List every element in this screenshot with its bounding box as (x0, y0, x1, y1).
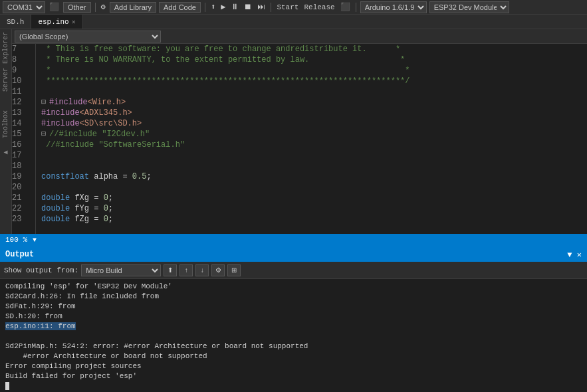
port-icon: ⬛ (48, 2, 60, 12)
sep-3 (271, 3, 271, 12)
line-num-8: 8 (12, 54, 31, 65)
tab-esp-ino-close[interactable]: ✕ (72, 18, 76, 26)
line-num-22: 22 (12, 203, 31, 214)
add-library-button[interactable]: Add Library (110, 2, 156, 13)
settings-icon[interactable]: ⚙ (100, 2, 107, 12)
line-numbers: 7 8 9 10 11 12 13 14 15 16 17 18 19 20 2… (12, 44, 36, 234)
pause-icon[interactable]: ⏸ (229, 2, 240, 12)
output-source-select[interactable]: Micro Build (81, 264, 161, 276)
scroll-down-icon[interactable]: ▼ (33, 237, 37, 244)
server-explorer-label[interactable]: Server Explorer (2, 29, 9, 94)
fold-icon-15[interactable]: ⊟ (41, 129, 49, 140)
line-num-18: 18 (12, 161, 31, 171)
zoom-level: 100 % (5, 236, 27, 244)
editor-container: (Global Scope) 7 8 9 10 11 12 13 14 15 1… (12, 29, 587, 234)
output-panel: Output ▼ ✕ Show output from: Micro Build… (0, 246, 587, 392)
show-output-label: Show output from: (4, 266, 78, 274)
side-panel: Server Explorer ◀ Toolbox (0, 29, 12, 234)
tab-esp-ino-label: esp.ino (38, 18, 68, 26)
line-num-21: 21 (12, 193, 31, 203)
line-num-14: 14 (12, 118, 31, 129)
tab-esp-ino[interactable]: esp.ino ✕ (31, 15, 82, 29)
other-button[interactable]: Other (63, 2, 91, 13)
output-toolbar: Show output from: Micro Build ⬆ ↑ ↓ ⚙ ⊞ (0, 262, 587, 279)
code-line-23: double fZg = 0; (41, 214, 587, 225)
stop-icon[interactable]: ⏹ (243, 2, 253, 12)
output-line-8: #error Architecture or board not support… (5, 351, 582, 361)
code-line-21: double fXg = 0; (41, 193, 587, 203)
code-line-20 (41, 182, 587, 193)
line-num-11: 11 (12, 86, 31, 97)
output-btn-4[interactable]: ⚙ (211, 264, 225, 276)
line-num-15: 15 (12, 129, 31, 140)
output-btn-5[interactable]: ⊞ (227, 264, 241, 276)
code-line-16: //#include "SoftwareSerial.h" (41, 140, 587, 150)
output-line-6 (5, 332, 582, 342)
code-line-22: double fYg = 0; (41, 203, 587, 214)
tab-bar: SD.h esp.ino ✕ (0, 15, 587, 29)
line-num-13: 13 (12, 108, 31, 118)
output-title: Output (5, 250, 34, 259)
sep-1 (95, 3, 96, 12)
code-line-13: #include <ADXL345.h> (41, 108, 587, 118)
start-label: Start (275, 3, 300, 11)
module-select[interactable]: ESP32 Dev Module (429, 1, 509, 13)
line-num-20: 20 (12, 182, 31, 193)
main-toolbar: COM31 ⬛ Other ⚙ Add Library Add Code ⬆ ▶… (0, 0, 587, 15)
line-num-12: 12 (12, 97, 31, 108)
tab-sd-h-label: SD.h (7, 18, 24, 26)
output-highlight: esp.ino:11: from (5, 322, 76, 330)
sep-2 (205, 3, 205, 12)
main-layout: Server Explorer ◀ Toolbox (Global Scope)… (0, 29, 587, 234)
code-line-8: * There is NO WARRANTY, to the extent pe… (41, 54, 587, 65)
side-toggle[interactable]: ◀ (3, 148, 7, 156)
code-line-18 (41, 161, 587, 171)
output-header: Output ▼ ✕ (0, 247, 587, 262)
output-btn-2[interactable]: ↑ (179, 264, 193, 276)
output-line-3: SdFat.h:29: from (5, 302, 582, 312)
code-line-11 (41, 86, 587, 97)
code-line-14: #include<SD\src\SD.h> (41, 118, 587, 129)
output-line-10: Build failed for project 'esp' (5, 371, 582, 381)
scope-bar: (Global Scope) (12, 29, 587, 44)
output-content[interactable]: Compiling 'esp' for 'ESP32 Dev Module' S… (0, 279, 587, 392)
line-num-9: 9 (12, 65, 31, 76)
sep-4 (356, 3, 356, 12)
output-line-2: Sd2Card.h:26: In file included from (5, 292, 582, 302)
release-label: Release (302, 3, 336, 11)
output-btn-1[interactable]: ⬆ (164, 264, 177, 276)
code-area: 7 8 9 10 11 12 13 14 15 16 17 18 19 20 2… (12, 44, 587, 234)
port-select[interactable]: COM31 (3, 1, 45, 13)
code-content[interactable]: * This is free software: you are free to… (36, 44, 587, 234)
code-line-12: ⊟#include <Wire.h> (41, 97, 587, 108)
upload-icon[interactable]: ⬆ (209, 2, 217, 12)
output-line-5: esp.ino:11: from (5, 322, 582, 332)
chip-icon: ⬛ (339, 2, 352, 12)
line-num-17: 17 (12, 150, 31, 161)
code-line-10: ****************************************… (41, 76, 587, 86)
toolbox-label[interactable]: Toolbox (2, 108, 9, 141)
output-cursor-line (5, 381, 582, 391)
line-num-23: 23 (12, 214, 31, 225)
output-collapse-icon[interactable]: ▼ ✕ (567, 250, 582, 260)
scope-select[interactable]: (Global Scope) (15, 31, 161, 43)
code-line-15: ⊟//#include "I2Cdev.h" (41, 129, 587, 140)
line-num-7: 7 (12, 44, 31, 54)
code-line-19: const float alpha = 0.5; (41, 171, 587, 182)
tab-sd-h[interactable]: SD.h (0, 15, 31, 29)
code-line-7: * This is free software: you are free to… (41, 44, 587, 54)
output-cursor (5, 382, 9, 390)
output-line-7: Sd2PinMap.h: 524:2: error: #error Archit… (5, 342, 582, 351)
add-code-button[interactable]: Add Code (159, 2, 201, 13)
line-num-10: 10 (12, 76, 31, 86)
step-icon[interactable]: ⏭ (256, 2, 267, 12)
fold-icon-12[interactable]: ⊟ (41, 97, 49, 108)
line-num-16: 16 (12, 140, 31, 150)
code-line-17 (41, 150, 587, 161)
output-line-4: SD.h:20: from (5, 312, 582, 322)
play-icon[interactable]: ▶ (219, 2, 227, 12)
board-select[interactable]: Arduino 1.6/1.9 (360, 1, 427, 13)
output-line-9: Error compiling project sources (5, 361, 582, 371)
line-num-19: 19 (12, 171, 31, 182)
output-btn-3[interactable]: ↓ (195, 264, 209, 276)
